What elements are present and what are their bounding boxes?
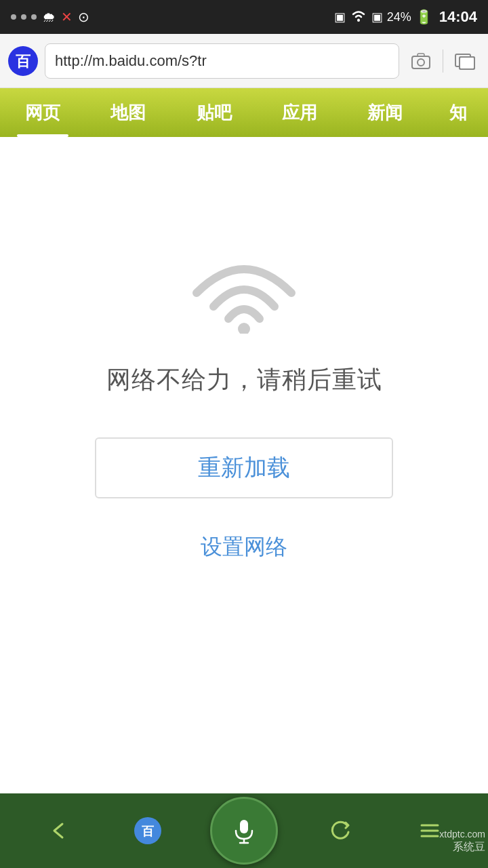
watermark: xtdptc.com 系统豆 xyxy=(407,829,488,863)
svg-text:百: 百 xyxy=(16,53,31,70)
toolbar-divider xyxy=(443,50,443,73)
time-display: 14:04 xyxy=(439,8,477,26)
status-right: ▣ ▣ 24% 🔋 14:04 xyxy=(334,8,477,26)
url-display[interactable]: http://m.baidu.com/s?tr xyxy=(45,43,399,79)
svg-rect-3 xyxy=(412,56,430,68)
baidu-logo-icon: 百 xyxy=(8,46,38,76)
three-dots xyxy=(11,14,37,20)
expand-icon[interactable] xyxy=(450,46,480,76)
tab-tieba[interactable]: 贴吧 xyxy=(171,88,257,137)
phone-icon: ✕ xyxy=(61,9,73,25)
refresh-button[interactable] xyxy=(313,804,367,858)
sim-icon: ▣ xyxy=(334,9,346,24)
wifi-status-icon xyxy=(350,8,367,26)
tab-news[interactable]: 新闻 xyxy=(342,88,428,137)
main-content: 网络不给力，请稍后重试 重新加载 设置网络 xyxy=(0,137,488,562)
svg-point-0 xyxy=(357,19,360,22)
tab-webpage[interactable]: 网页 xyxy=(0,88,85,137)
address-bar: 百 http://m.baidu.com/s?tr xyxy=(0,34,488,88)
svg-rect-12 xyxy=(240,820,248,833)
weather-icon: 🌧 xyxy=(42,9,56,25)
svg-point-9 xyxy=(238,323,250,334)
camera-icon: ⊙ xyxy=(78,9,89,25)
camera-search-icon[interactable] xyxy=(406,46,436,76)
error-message: 网络不给力，请稍后重试 xyxy=(106,363,382,397)
battery-text: 24% xyxy=(387,10,411,24)
status-left: 🌧 ✕ ⊙ xyxy=(11,9,89,25)
wifi-error-icon xyxy=(183,232,305,336)
status-bar: 🌧 ✕ ⊙ ▣ ▣ 24% 🔋 14:04 xyxy=(0,0,488,34)
back-button[interactable] xyxy=(31,804,85,858)
watermark-line2: 系统豆 xyxy=(453,840,485,853)
nav-tabs: 网页 地图 贴吧 应用 新闻 知 xyxy=(0,88,488,137)
tab-more[interactable]: 知 xyxy=(428,88,488,137)
settings-network-link[interactable]: 设置网络 xyxy=(201,532,287,562)
svg-text:百: 百 xyxy=(142,825,155,838)
reload-button[interactable]: 重新加载 xyxy=(95,437,393,498)
svg-rect-7 xyxy=(460,57,474,69)
svg-point-4 xyxy=(418,59,424,66)
tab-apps[interactable]: 应用 xyxy=(257,88,342,137)
baidu-home-button[interactable]: 百 xyxy=(121,804,175,858)
svg-rect-5 xyxy=(418,54,424,56)
watermark-line1: xtdptc.com xyxy=(439,829,485,840)
battery-icon: 🔋 xyxy=(415,9,432,25)
mic-button[interactable] xyxy=(210,797,278,865)
sim2-icon: ▣ xyxy=(371,9,383,24)
tab-map[interactable]: 地图 xyxy=(85,88,171,137)
